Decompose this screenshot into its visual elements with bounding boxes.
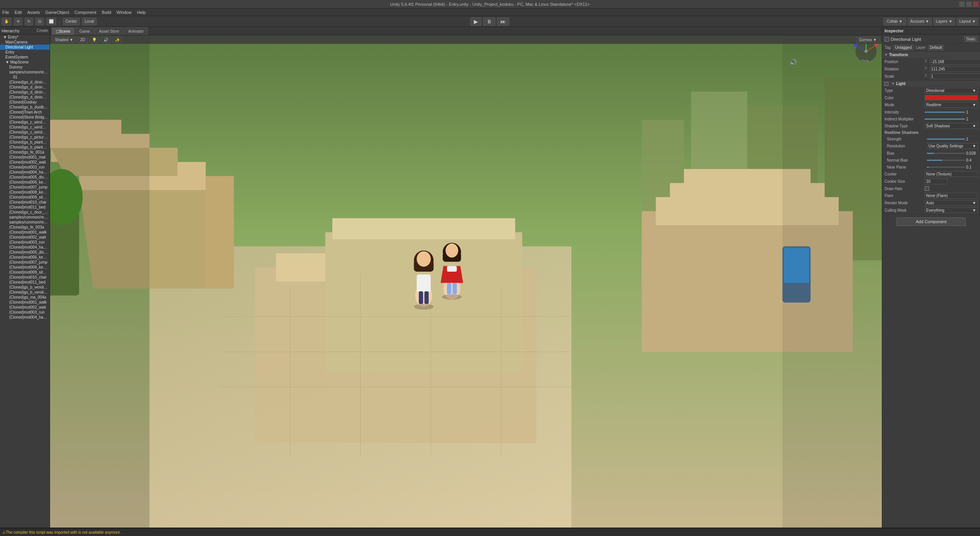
strength-slider[interactable]: 1: [927, 137, 978, 141]
minimize-button[interactable]: [959, 2, 965, 7]
hierarchy-item[interactable]: (Cloned)mot010_char: [0, 200, 50, 205]
fx-btn[interactable]: ✨: [112, 37, 122, 43]
menu-window[interactable]: Window: [117, 10, 132, 15]
hierarchy-item[interactable]: (Cloned)mot002_wait: [0, 235, 50, 240]
hierarchy-item[interactable]: EventSystem: [0, 55, 50, 60]
menu-assets[interactable]: Assets: [27, 10, 40, 15]
pause-button[interactable]: ⏸: [483, 17, 495, 26]
hierarchy-item[interactable]: (Cloned)mot002_wait: [0, 160, 50, 165]
layer-dropdown[interactable]: Default: [928, 45, 944, 50]
gizmos-btn[interactable]: Gizmos ▼: [856, 37, 880, 43]
hierarchy-item[interactable]: (Cloned)gs_d_diningchai: [0, 90, 50, 95]
tab-asset-store[interactable]: Asset Store: [95, 27, 124, 35]
draw-halo-checkbox[interactable]: [925, 186, 929, 191]
cookie-size-input[interactable]: [925, 179, 948, 184]
hierarchy-item[interactable]: (Cloned)Stone Bridge Wi: [0, 115, 50, 120]
hierarchy-item[interactable]: (Cloned)mot006_keepdo: [0, 180, 50, 185]
hierarchy-item[interactable]: (Cloned)mot007_jump: [0, 185, 50, 190]
hierarchy-item[interactable]: (Cloned)mot006_keepdo: [0, 255, 50, 260]
object-name[interactable]: Directional Light: [891, 37, 963, 42]
hierarchy-item[interactable]: (Cloned)gs_b_vendingma: [0, 290, 50, 295]
hierarchy-item[interactable]: Entry: [0, 50, 50, 55]
bias-slider[interactable]: 0.028: [927, 151, 978, 155]
hierarchy-item[interactable]: (Cloned)mot010_char: [0, 275, 50, 280]
hierarchy-item[interactable]: samples/common/res/ch: [0, 220, 50, 225]
menu-help[interactable]: Help: [137, 10, 146, 15]
hierarchy-create-btn[interactable]: Create: [37, 28, 48, 33]
hierarchy-item[interactable]: (Cloned)gs_c_window_bl: [0, 125, 50, 130]
rect-tool[interactable]: ⬜: [46, 18, 56, 25]
flare-field[interactable]: None (Flare): [925, 193, 978, 199]
hierarchy-item[interactable]: (Cloned)gs_c_door_office: [0, 210, 50, 215]
indirect-slider[interactable]: 1: [925, 117, 978, 121]
hierarchy-item[interactable]: (Cloned)gs_b_plant_tree: [0, 145, 50, 150]
hierarchy-item[interactable]: samples/common/res/ch: [0, 215, 50, 220]
shaded-btn[interactable]: Shaded ▼: [52, 37, 76, 43]
audio-btn[interactable]: 🔊: [101, 37, 111, 43]
hierarchy-item[interactable]: (Cloned)gs_d_diningchai: [0, 95, 50, 100]
hierarchy-item[interactable]: (Cloned)Godray: [0, 100, 50, 105]
object-enabled-checkbox[interactable]: [885, 37, 889, 42]
hierarchy-item[interactable]: (Cloned)mot008_keepdo: [0, 190, 50, 195]
hierarchy-item[interactable]: (Cloned)mot011_bed: [0, 205, 50, 210]
light-enabled-checkbox[interactable]: [885, 82, 888, 86]
hierarchy-item[interactable]: (Cloned)gs_d_diningchai: [0, 85, 50, 90]
scene-viewport[interactable]: ▢ Scene Game Asset Store Animator Shaded…: [50, 27, 882, 528]
tab-animator[interactable]: Animator: [124, 27, 148, 35]
scale-tool[interactable]: ⊡: [35, 18, 44, 25]
menu-gameobject[interactable]: GameObject: [45, 10, 69, 15]
maximize-button[interactable]: [966, 2, 972, 7]
hierarchy-item[interactable]: (Cloned)Town Arch: [0, 110, 50, 115]
intensity-slider[interactable]: 1: [925, 110, 978, 114]
render-mode-dropdown[interactable]: Auto ▼: [925, 200, 978, 206]
light-header[interactable]: ▼ Light: [882, 80, 980, 87]
hierarchy-item[interactable]: (Cloned)mot008_keepdo: [0, 265, 50, 270]
hierarchy-item[interactable]: Dummy: [0, 65, 50, 70]
rot-x-input[interactable]: [930, 66, 980, 72]
hierarchy-item[interactable]: (Cloned)mot005_disapp: [0, 175, 50, 180]
hierarchy-item[interactable]: 01: [0, 75, 50, 80]
hierarchy-item[interactable]: (Cloned)gs_c_picture_fra: [0, 135, 50, 140]
hierarchy-item[interactable]: (Cloned)mot001_walk: [0, 230, 50, 235]
hierarchy-item[interactable]: samples/common/res/ch: [0, 70, 50, 75]
hierarchy-scroll[interactable]: ▼ Entry* MainCamera Directional Light En…: [0, 35, 50, 528]
hierarchy-item[interactable]: (Cloned)gs_b_plant_tree: [0, 140, 50, 145]
hierarchy-item[interactable]: (Cloned)mot011_bed: [0, 280, 50, 285]
hierarchy-item-directional-light[interactable]: Directional Light: [0, 45, 50, 50]
account-button[interactable]: Account ▼: [908, 18, 932, 25]
hierarchy-item[interactable]: (Cloned)gs_fe_001a: [0, 150, 50, 155]
hand-tool[interactable]: ✋: [2, 18, 12, 25]
inspector-scroll[interactable]: Directional Light Static Tag Untagged La…: [882, 35, 980, 528]
pos-x-input[interactable]: [930, 59, 980, 65]
hierarchy-item[interactable]: (Cloned)mot009_sitdown: [0, 195, 50, 200]
collab-button[interactable]: Collab ▼: [883, 18, 906, 25]
move-tool[interactable]: ✛: [14, 18, 22, 25]
local-toggle[interactable]: Local: [82, 18, 97, 25]
menu-file[interactable]: File: [2, 10, 9, 15]
hierarchy-item[interactable]: (Cloned)mot003_run: [0, 310, 50, 315]
hierarchy-item[interactable]: (Cloned)mot003_run: [0, 165, 50, 170]
hierarchy-item[interactable]: (Cloned)gs_d_diningchai: [0, 80, 50, 85]
shadow-type-dropdown[interactable]: Soft Shadows ▼: [925, 123, 978, 129]
2d-btn[interactable]: 2D: [77, 37, 88, 43]
hierarchy-item[interactable]: (Cloned)mot002_wait: [0, 305, 50, 310]
layout-dropdown[interactable]: Layout ▼: [957, 18, 978, 25]
pivot-toggle[interactable]: Center: [63, 18, 80, 25]
menu-component[interactable]: Component: [74, 10, 96, 15]
hierarchy-item[interactable]: (Cloned)gs_c_window_bl: [0, 120, 50, 125]
hierarchy-item[interactable]: ▼ MapScene: [0, 60, 50, 65]
hierarchy-item[interactable]: (Cloned)mot001_walk: [0, 300, 50, 305]
hierarchy-item[interactable]: (Cloned)mot009_sitdown: [0, 270, 50, 275]
close-button[interactable]: [973, 2, 978, 7]
hierarchy-item[interactable]: (Cloned)gs_b_dustbox04: [0, 105, 50, 110]
near-plane-slider[interactable]: 0.1: [927, 165, 978, 169]
lights-btn[interactable]: 💡: [89, 37, 99, 43]
hierarchy-item[interactable]: (Cloned)mot005_disapp: [0, 250, 50, 255]
mode-dropdown[interactable]: Realtime ▼: [925, 102, 978, 108]
scale-x-input[interactable]: [930, 73, 980, 79]
rotate-tool[interactable]: ↻: [25, 18, 33, 25]
static-badge[interactable]: Static: [964, 36, 978, 42]
menu-build[interactable]: Build: [102, 10, 111, 15]
hierarchy-item[interactable]: (Cloned)mot004_happy: [0, 170, 50, 175]
hierarchy-item[interactable]: (Cloned)gs_c_window_bl: [0, 130, 50, 135]
